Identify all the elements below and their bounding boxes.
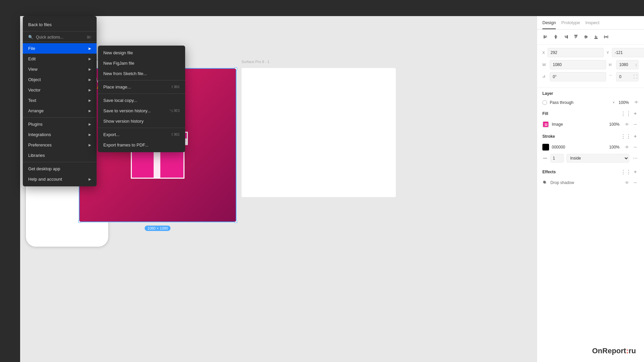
submenu-new-figjam[interactable]: New FigJam file <box>98 58 185 68</box>
tab-inspect[interactable]: Inspect <box>585 20 599 29</box>
stroke-actions: ⋮⋮ + <box>623 133 639 140</box>
menu-item-arrange-arrow: ▶ <box>89 109 91 113</box>
menu-item-libraries[interactable]: Libraries <box>23 150 97 161</box>
menu-item-preferences[interactable]: Preferences ▶ <box>23 140 97 150</box>
submenu-new-sketch[interactable]: New from Sketch file... <box>98 68 185 79</box>
submenu-place-image[interactable]: Place image... ⇧⌘K <box>98 82 185 92</box>
layer-visibility-icon[interactable]: 👁 <box>634 100 639 105</box>
submenu-export-pdf[interactable]: Export frames to PDF... <box>98 140 185 150</box>
left-panel <box>0 16 20 362</box>
align-right-btn[interactable] <box>562 34 569 40</box>
submenu-divider-2 <box>98 94 185 94</box>
surface-label-text: Surface Pro 8 - 1 <box>241 60 269 64</box>
blend-mode-select[interactable]: Pass through <box>550 100 610 105</box>
submenu-show-version-label: Show version history <box>103 119 144 124</box>
menu-item-file[interactable]: File ▶ <box>23 43 97 54</box>
submenu-export-pdf-label: Export frames to PDF... <box>103 142 148 147</box>
effects-grid-icon[interactable]: ⋮⋮ <box>623 169 629 175</box>
fill-visibility-icon[interactable]: 👁 <box>625 122 629 127</box>
stroke-visibility-icon[interactable]: 👁 <box>625 145 629 150</box>
menu-item-help[interactable]: Help and account ▶ <box>23 174 97 184</box>
quick-actions-item[interactable]: 🔍 Quick actions... ⌘/ <box>23 33 97 42</box>
svg-rect-12 <box>584 37 588 37</box>
menu-item-plugins-label: Plugins <box>28 122 43 127</box>
file-submenu: New design file New FigJam file New from… <box>98 46 185 152</box>
menu-item-object-arrow: ▶ <box>89 78 91 81</box>
align-center-v-btn[interactable] <box>583 34 589 40</box>
fill-grid-icon[interactable]: ⋮⋮ <box>623 110 629 117</box>
submenu-save-version[interactable]: Save to version history... ⌥⌘S <box>98 106 185 116</box>
rotation-row: ↺ ⌒ ⛶ <box>542 72 639 81</box>
tab-design[interactable]: Design <box>542 20 556 29</box>
menu-item-file-arrow: ▶ <box>89 47 91 50</box>
submenu-export[interactable]: Export... ⇧⌘E <box>98 129 185 140</box>
align-left-btn[interactable] <box>542 34 549 40</box>
stroke-more-icon[interactable]: ⋯ <box>632 155 639 162</box>
menu-item-object[interactable]: Object ▶ <box>23 74 97 85</box>
stroke-opacity[interactable]: 100% <box>609 145 620 149</box>
menu-item-arrange[interactable]: Arrange ▶ <box>23 106 97 116</box>
effect-remove-icon[interactable]: − <box>632 179 639 186</box>
stroke-style-icon <box>542 156 548 161</box>
menu-item-vector[interactable]: Vector ▶ <box>23 85 97 95</box>
svg-rect-8 <box>565 37 567 38</box>
stroke-grid-icon[interactable]: ⋮⋮ <box>623 133 629 140</box>
rotation-label: ↺ <box>542 75 547 79</box>
fill-swatch[interactable]: 🖼 <box>542 121 549 128</box>
back-to-files-item[interactable]: Back to files <box>23 18 97 32</box>
layer-opacity[interactable]: 100% <box>619 100 629 105</box>
menu-divider-2 <box>23 162 97 162</box>
stroke-title: Stroke <box>542 134 555 139</box>
resize-corner-icon[interactable]: ⛶ <box>633 74 637 79</box>
svg-rect-7 <box>565 36 567 37</box>
distribute-btn[interactable] <box>603 34 609 40</box>
quick-actions-label: Quick actions... <box>36 35 63 40</box>
submenu-save-local[interactable]: Save local copy... <box>98 95 185 106</box>
stroke-color: 000000 <box>552 145 606 149</box>
tab-prototype[interactable]: Prototype <box>561 20 580 29</box>
menu-item-desktop-app[interactable]: Get desktop app <box>23 164 97 174</box>
submenu-show-version[interactable]: Show version history <box>98 116 185 126</box>
submenu-divider-3 <box>98 128 185 128</box>
effect-row: Drop shadow 👁 − <box>537 177 644 188</box>
position-section: X Y W H ↕ ↺ ⌒ ⛶ <box>537 45 644 88</box>
x-input[interactable] <box>547 48 604 57</box>
stroke-swatch[interactable] <box>542 144 549 150</box>
align-center-h-btn[interactable] <box>552 34 559 40</box>
rotation-input[interactable] <box>550 72 606 81</box>
stroke-position-select[interactable]: Inside Outside Center <box>567 154 629 163</box>
stroke-add-icon[interactable]: + <box>632 133 639 140</box>
svg-rect-6 <box>567 35 568 39</box>
menu-item-edit[interactable]: Edit ▶ <box>23 54 97 64</box>
menu-item-view-arrow: ▶ <box>89 67 91 71</box>
align-bottom-btn[interactable] <box>593 34 599 40</box>
menu-item-view-label: View <box>28 67 38 72</box>
fill-add-icon[interactable]: + <box>632 110 639 117</box>
menu-item-libraries-label: Libraries <box>28 153 45 158</box>
menu-item-plugins[interactable]: Plugins ▶ <box>23 119 97 129</box>
menu-item-vector-arrow: ▶ <box>89 88 91 92</box>
size-label: 1080 × 1080 <box>145 226 170 231</box>
effects-add-icon[interactable]: + <box>632 169 639 175</box>
effects-section-header: Effects ⋮⋮ + <box>537 165 644 177</box>
submenu-new-design[interactable]: New design file <box>98 48 185 58</box>
fill-remove-icon[interactable]: − <box>632 121 639 128</box>
fill-row: 🖼 Image 100% 👁 − <box>537 119 644 130</box>
resize-proportional-icon[interactable]: ↕ <box>635 62 637 67</box>
menu-item-plugins-arrow: ▶ <box>89 122 91 126</box>
menu-item-text[interactable]: Text ▶ <box>23 95 97 106</box>
y-input[interactable] <box>612 48 644 57</box>
w-input[interactable] <box>550 60 606 69</box>
effect-visibility-icon[interactable]: 👁 <box>625 180 629 185</box>
fill-opacity[interactable]: 100% <box>609 122 620 127</box>
menu-item-view[interactable]: View ▶ <box>23 64 97 74</box>
back-to-files-label: Back to files <box>28 22 52 27</box>
surface-frame <box>241 68 396 197</box>
submenu-save-version-shortcut: ⌥⌘S <box>169 109 180 113</box>
stroke-remove-icon[interactable]: − <box>632 144 639 150</box>
stroke-width-input[interactable] <box>550 154 564 163</box>
drop-shadow-icon <box>542 180 548 185</box>
align-top-btn[interactable] <box>573 34 579 40</box>
svg-rect-0 <box>544 35 544 39</box>
menu-item-integrations[interactable]: Integrations ▶ <box>23 129 97 140</box>
